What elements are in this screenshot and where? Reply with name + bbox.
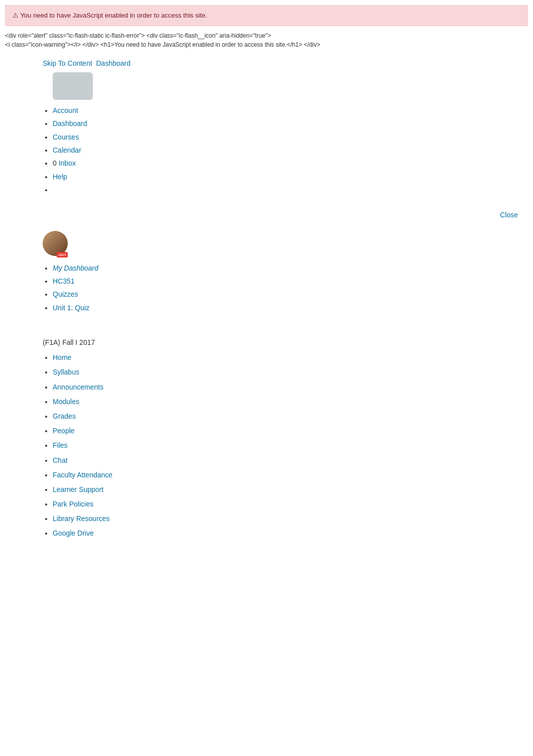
user-badge: alert — [57, 252, 68, 258]
home-course-link[interactable]: Home — [53, 353, 71, 361]
park-policies-course-link[interactable]: Park Policies — [53, 500, 93, 508]
empty-nav-item — [53, 184, 528, 195]
dashboard-top-link[interactable]: Dashboard — [96, 59, 130, 67]
grades-course-link[interactable]: Grades — [53, 412, 76, 420]
google-drive-course-item[interactable]: Google Drive — [53, 527, 528, 540]
user-avatar-container[interactable]: alert — [43, 231, 68, 258]
course-navigation: Home Syllabus Announcements Modules Grad… — [43, 351, 528, 540]
home-course-item[interactable]: Home — [53, 351, 528, 364]
main-navigation: Account Dashboard Courses Calendar 0 Inb… — [43, 72, 528, 196]
faculty-attendance-course-link[interactable]: Faculty Attendance — [53, 471, 112, 479]
flash-alert: ⚠ You need to have JavaScript enabled in… — [5, 5, 528, 26]
hc351-link[interactable]: HC351 — [53, 277, 75, 285]
help-nav-item[interactable]: Help — [53, 171, 528, 182]
help-nav-link[interactable]: Help — [53, 173, 67, 181]
files-course-link[interactable]: Files — [53, 441, 68, 449]
flash-message: You need to have JavaScript enabled in o… — [20, 12, 207, 19]
files-course-item[interactable]: Files — [53, 439, 528, 452]
quizzes-item[interactable]: Quizzes — [53, 289, 528, 300]
inbox-count: 0 — [53, 159, 57, 167]
profile-navigation: My Dashboard HC351 Quizzes Unit 1: Quiz — [43, 263, 528, 314]
library-resources-course-link[interactable]: Library Resources — [53, 515, 110, 523]
hc351-item[interactable]: HC351 — [53, 276, 528, 287]
user-profile-section: alert — [43, 211, 528, 258]
modules-course-link[interactable]: Modules — [53, 398, 79, 406]
dashboard-nav-link[interactable]: Dashboard — [53, 119, 87, 128]
dashboard-nav-item[interactable]: Dashboard — [53, 118, 528, 129]
people-course-link[interactable]: People — [53, 427, 75, 435]
account-avatar — [53, 72, 93, 100]
modules-course-item[interactable]: Modules — [53, 396, 528, 408]
warning-icon: ⚠ — [13, 12, 19, 19]
inbox-nav-link[interactable]: Inbox — [59, 159, 76, 167]
skip-to-content-link[interactable]: Skip To Content — [43, 59, 92, 67]
chat-course-link[interactable]: Chat — [53, 456, 68, 464]
announcements-course-item[interactable]: Announcements — [53, 381, 528, 394]
my-dashboard-link[interactable]: My Dashboard — [53, 264, 98, 272]
inbox-nav-item[interactable]: 0 Inbox — [53, 158, 528, 169]
close-button[interactable]: Close — [500, 211, 518, 219]
calendar-nav-item[interactable]: Calendar — [53, 145, 528, 156]
learner-support-course-item[interactable]: Learner Support — [53, 483, 528, 496]
top-nav-links: Skip To Content Dashboard — [43, 59, 528, 67]
flash-raw-html: <div role="alert" class="ic-flash-static… — [5, 31, 528, 49]
google-drive-course-link[interactable]: Google Drive — [53, 529, 94, 537]
syllabus-course-link[interactable]: Syllabus — [53, 368, 79, 376]
unit1-quiz-item[interactable]: Unit 1: Quiz — [53, 302, 528, 313]
park-policies-course-item[interactable]: Park Policies — [53, 498, 528, 511]
account-nav-item[interactable] — [53, 72, 528, 103]
course-title: (F1A) Fall I 2017 — [43, 338, 528, 346]
quizzes-link[interactable]: Quizzes — [53, 290, 78, 298]
calendar-nav-link[interactable]: Calendar — [53, 146, 81, 154]
account-label-item: Account — [53, 105, 528, 116]
my-dashboard-item[interactable]: My Dashboard — [53, 263, 528, 274]
library-resources-course-item[interactable]: Library Resources — [53, 513, 528, 525]
grades-course-item[interactable]: Grades — [53, 410, 528, 423]
courses-nav-item[interactable]: Courses — [53, 132, 528, 143]
syllabus-course-item[interactable]: Syllabus — [53, 366, 528, 379]
faculty-attendance-course-item[interactable]: Faculty Attendance — [53, 469, 528, 481]
announcements-course-link[interactable]: Announcements — [53, 383, 103, 391]
people-course-item[interactable]: People — [53, 425, 528, 437]
unit1-quiz-link[interactable]: Unit 1: Quiz — [53, 304, 89, 312]
courses-nav-link[interactable]: Courses — [53, 133, 79, 141]
chat-course-item[interactable]: Chat — [53, 454, 528, 467]
account-link[interactable]: Account — [53, 106, 78, 114]
learner-support-course-link[interactable]: Learner Support — [53, 485, 103, 493]
